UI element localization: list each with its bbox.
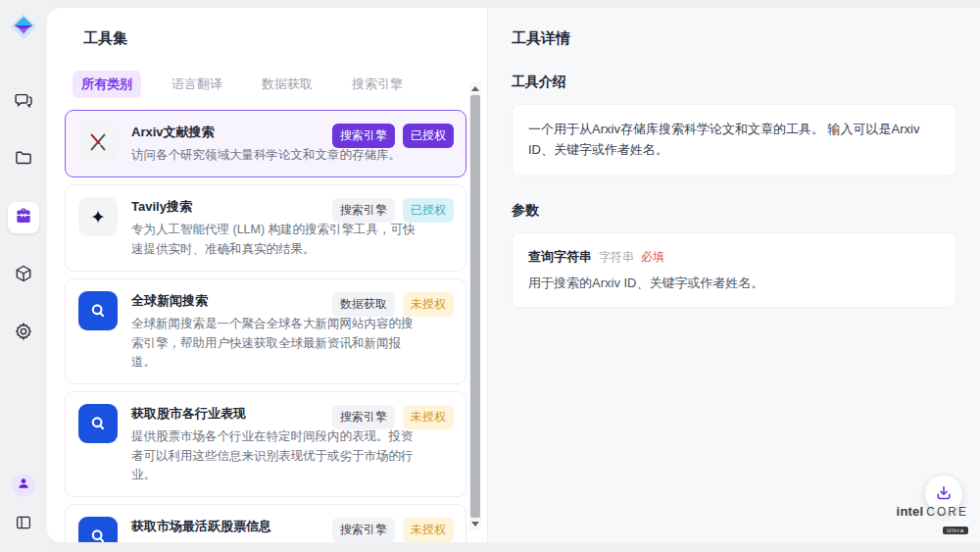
sidebar-item-files[interactable] <box>8 144 39 176</box>
tavily-star-icon: ✦ <box>78 197 118 236</box>
list-scrollbar[interactable] <box>469 82 481 530</box>
tab-language-translation[interactable]: 语言翻译 <box>163 71 231 98</box>
news-search-icon <box>78 291 118 330</box>
sidebar-item-toolbox[interactable] <box>8 202 39 233</box>
scrollbar-up-arrow[interactable] <box>471 86 479 91</box>
news-search-icon <box>78 404 118 443</box>
brand-intel: intel <box>897 504 924 519</box>
tool-description: 提供股票市场各个行业在特定时间段内的表现。投资者可以利用这些信息来识别表现优于或… <box>131 427 417 484</box>
intel-core-ultra-logo: intel CORE Ultra <box>897 504 968 536</box>
intro-text: 一个用于从Arxiv存储库搜索科学论文和文章的工具。 输入可以是Arxiv ID… <box>528 120 940 161</box>
collapse-panel-icon <box>15 514 32 535</box>
category-tabs: 所有类别 语言翻译 数据获取 搜索引擎 <box>73 71 487 98</box>
news-search-icon <box>78 517 118 542</box>
sidebar <box>0 0 47 552</box>
param-required-flag: 必填 <box>641 249 664 266</box>
param-description: 用于搜索的Arxiv ID、关键字或作者姓名。 <box>528 275 940 292</box>
tab-data-acquisition[interactable]: 数据获取 <box>253 71 321 98</box>
tool-card-list: Arxiv文献搜索 访问各个研究领域大量科学论文和文章的存储库。 搜索引擎 已授… <box>65 110 466 542</box>
auth-status-badge: 未授权 <box>403 405 454 429</box>
auth-status-badge: 未授权 <box>403 518 454 542</box>
tool-card-arxiv[interactable]: Arxiv文献搜索 访问各个研究领域大量科学论文和文章的存储库。 搜索引擎 已授… <box>65 110 466 177</box>
sidebar-item-packages[interactable] <box>8 260 39 291</box>
sidebar-item-settings[interactable] <box>8 318 39 349</box>
tool-card-most-active-stocks[interactable]: 获取市场最活跃股票信息 提供当天交易量最高的股票列表，投资者可以利用这些信息来识… <box>65 504 466 542</box>
tool-description: 访问各个研究领域大量科学论文和文章的存储库。 <box>131 146 417 165</box>
param-name: 查询字符串 <box>528 248 592 266</box>
tool-list-panel: 工具集 所有类别 语言翻译 数据获取 搜索引擎 Arxiv文献搜索 访问各个研究… <box>47 8 487 542</box>
toolbox-icon <box>14 206 33 229</box>
sidebar-bottom <box>0 474 47 540</box>
category-badge: 搜索引擎 <box>332 518 395 542</box>
sidebar-item-chat[interactable] <box>8 86 39 118</box>
category-badge: 搜索引擎 <box>332 405 395 429</box>
param-card: 查询字符串 字符串 必填 用于搜索的Arxiv ID、关键字或作者姓名。 <box>512 232 956 308</box>
folder-icon <box>14 148 33 172</box>
auth-status-badge: 未授权 <box>403 292 454 317</box>
params-heading: 参数 <box>512 202 956 220</box>
tool-description: 全球新闻搜索是一个聚合全球各大新闻网站内容的搜索引擎，帮助用户快速获取全球最新资… <box>131 315 417 372</box>
tool-description: 专为人工智能代理 (LLM) 构建的搜索引擎工具，可快速提供实时、准确和真实的结… <box>131 221 417 259</box>
collapse-sidebar-button[interactable] <box>8 509 39 540</box>
gear-icon <box>14 322 33 345</box>
tab-search-engine[interactable]: 搜索引擎 <box>343 71 412 98</box>
download-icon <box>934 483 954 506</box>
tab-all-categories[interactable]: 所有类别 <box>73 71 141 98</box>
main-surface: 工具集 所有类别 语言翻译 数据获取 搜索引擎 Arxiv文献搜索 访问各个研究… <box>47 8 980 542</box>
tool-detail-panel: 工具详情 工具介绍 一个用于从Arxiv存储库搜索科学论文和文章的工具。 输入可… <box>487 8 980 542</box>
brand-core: CORE <box>926 505 968 519</box>
chat-icon <box>14 90 33 114</box>
user-avatar-icon <box>17 477 30 494</box>
intro-card: 一个用于从Arxiv存储库搜索科学论文和文章的工具。 输入可以是Arxiv ID… <box>512 104 956 176</box>
app-logo <box>11 14 36 43</box>
brand-ultra-badge: Ultra <box>943 527 968 534</box>
auth-status-badge: 已授权 <box>403 198 454 223</box>
category-badge: 搜索引擎 <box>332 124 395 148</box>
category-badge: 数据获取 <box>332 292 395 317</box>
intro-heading: 工具介绍 <box>512 74 956 91</box>
sidebar-nav <box>8 86 39 349</box>
category-badge: 搜索引擎 <box>332 198 395 223</box>
param-type: 字符串 <box>599 249 634 266</box>
arxiv-icon <box>78 123 118 162</box>
page-title: 工具集 <box>83 29 487 48</box>
cube-icon <box>14 264 33 287</box>
detail-title: 工具详情 <box>512 29 956 48</box>
user-avatar[interactable] <box>12 474 35 497</box>
tool-card-tavily[interactable]: ✦ Tavily搜索 专为人工智能代理 (LLM) 构建的搜索引擎工具，可快速提… <box>65 184 466 272</box>
scrollbar-thumb[interactable] <box>470 95 480 518</box>
scrollbar-down-arrow[interactable] <box>471 522 479 527</box>
tool-card-sector-performance[interactable]: 获取股市各行业表现 提供股票市场各个行业在特定时间段内的表现。投资者可以利用这些… <box>65 391 466 497</box>
auth-status-badge: 已授权 <box>403 124 454 148</box>
tool-card-global-news[interactable]: 全球新闻搜索 全球新闻搜索是一个聚合全球各大新闻网站内容的搜索引擎，帮助用户快速… <box>65 278 466 384</box>
